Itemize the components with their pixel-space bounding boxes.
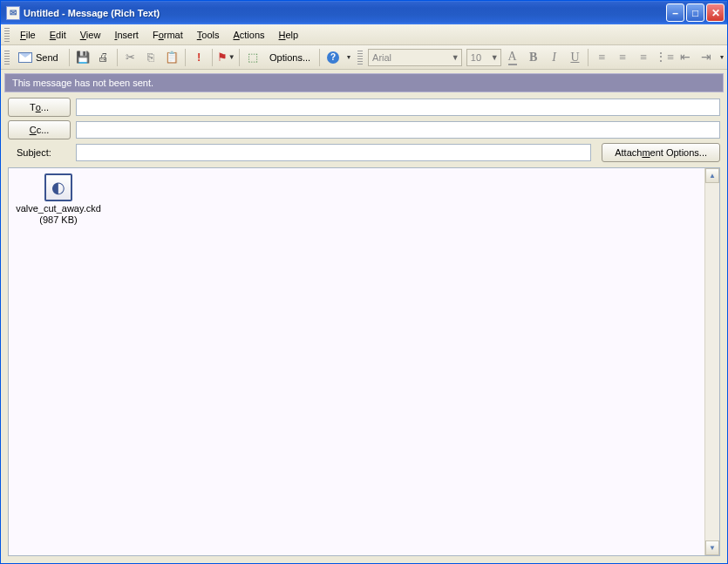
save-icon: 💾 [76, 51, 90, 64]
font-name-select[interactable]: Arial ▼ [368, 49, 462, 66]
increase-indent-button[interactable]: ⇥ [697, 48, 716, 67]
info-bar: This message has not been sent. [4, 73, 724, 92]
attachment-options-button[interactable]: Attachment Options... [602, 143, 720, 162]
maximize-button[interactable]: □ [686, 3, 704, 22]
menu-insert[interactable]: Insert [107, 27, 146, 43]
align-center-icon: ≡ [619, 51, 626, 65]
window-title: Untitled - Message (Rich Text) [24, 8, 666, 18]
cut-icon: ✂ [126, 51, 135, 64]
align-left-button[interactable]: ≡ [592, 48, 611, 67]
cc-input[interactable] [76, 121, 720, 139]
font-color-icon: A [508, 50, 517, 65]
scroll-track[interactable] [705, 183, 719, 540]
copy-button[interactable]: ⎘ [141, 48, 160, 67]
help-icon: ? [327, 51, 339, 64]
align-right-icon: ≡ [640, 51, 647, 65]
italic-button[interactable]: I [545, 48, 564, 67]
menu-help[interactable]: Help [272, 27, 306, 43]
toolbar-separator [319, 49, 320, 66]
to-button[interactable]: To... [8, 98, 71, 117]
toolbar-gripper-1[interactable] [4, 51, 10, 65]
save-button[interactable]: 💾 [73, 48, 92, 67]
cc-button[interactable]: Cc... [8, 120, 71, 139]
menu-format[interactable]: Format [146, 27, 190, 43]
title-bar[interactable]: ✉ Untitled - Message (Rich Text) – □ ✕ [1, 1, 727, 24]
importance-high-icon: ! [197, 51, 201, 64]
menu-view[interactable]: View [73, 27, 108, 43]
bullets-button[interactable]: ⋮≡ [655, 48, 674, 67]
underline-icon: U [570, 51, 579, 65]
app-icon: ✉ [6, 6, 20, 20]
font-size-value: 10 [471, 52, 481, 63]
align-right-button[interactable]: ≡ [634, 48, 653, 67]
cut-button[interactable]: ✂ [121, 48, 140, 67]
paste-icon: 📋 [165, 51, 179, 64]
font-name-value: Arial [372, 52, 391, 63]
minimize-button[interactable]: – [666, 3, 684, 22]
attachment-file-icon: ◐ [44, 173, 72, 201]
scroll-up-button[interactable]: ▲ [705, 168, 719, 183]
toolbar-separator [239, 49, 240, 66]
toolbar-separator [117, 49, 118, 66]
toolbar-separator [185, 49, 186, 66]
decrease-indent-icon: ⇤ [680, 50, 691, 65]
help-button[interactable]: ? [323, 48, 343, 67]
options-label: Options... [269, 52, 310, 63]
send-button[interactable]: Send [15, 48, 65, 67]
chevron-down-icon: ▼ [491, 53, 499, 62]
menubar-gripper[interactable] [4, 28, 10, 42]
align-left-icon: ≡ [598, 51, 605, 65]
standard-toolbar: Send 💾 🖨 ✂ ⎘ 📋 ! ⚑▼ ⬚ Options... ? ▾ Ari… [1, 45, 727, 70]
print-icon: 🖨 [98, 51, 109, 64]
toolbar-gripper-2[interactable] [357, 51, 363, 65]
message-window: ✉ Untitled - Message (Rich Text) – □ ✕ F… [0, 0, 728, 564]
bold-icon: B [529, 51, 537, 65]
account-icon: ⬚ [248, 51, 258, 64]
menu-file[interactable]: File [13, 27, 43, 43]
print-button[interactable]: 🖨 [94, 48, 113, 67]
vertical-scrollbar[interactable]: ▲ ▼ [704, 168, 719, 555]
bullets-icon: ⋮≡ [655, 50, 674, 65]
menu-edit[interactable]: Edit [43, 27, 73, 43]
close-button[interactable]: ✕ [706, 3, 725, 22]
send-label: Send [36, 52, 58, 63]
decrease-indent-button[interactable]: ⇤ [676, 48, 695, 67]
attachment-filesize: (987 KB) [14, 214, 103, 226]
chevron-down-icon: ▼ [452, 53, 459, 62]
importance-high-button[interactable]: ! [189, 48, 208, 67]
paste-button[interactable]: 📋 [162, 48, 181, 67]
toolbar-separator [212, 49, 213, 66]
attachment-body-area[interactable]: ◐ valve_cut_away.ckd (987 KB) ▲ ▼ [8, 167, 720, 556]
menu-actions[interactable]: Actions [226, 27, 271, 43]
attachment-filename: valve_cut_away.ckd [14, 203, 103, 214]
to-input[interactable] [76, 99, 720, 116]
font-color-button[interactable]: A [503, 48, 522, 67]
address-area: To... Cc... Subject: Attachment Options.… [1, 96, 727, 164]
options-button[interactable]: Options... [264, 48, 316, 67]
chevron-down-icon: ▼ [228, 53, 235, 61]
toolbar-separator [69, 49, 70, 66]
underline-button[interactable]: U [565, 48, 584, 67]
increase-indent-icon: ⇥ [701, 50, 711, 65]
font-size-select[interactable]: 10 ▼ [466, 49, 501, 66]
bold-button[interactable]: B [524, 48, 543, 67]
attachment-item[interactable]: ◐ valve_cut_away.ckd (987 KB) [12, 172, 105, 228]
copy-icon: ⎘ [147, 51, 154, 64]
flag-icon: ⚑ [217, 51, 228, 64]
format-toolbar-overflow[interactable]: ▾ [720, 53, 724, 61]
italic-icon: I [552, 51, 556, 65]
scroll-down-button[interactable]: ▼ [705, 540, 719, 555]
toolbar-overflow[interactable]: ▾ [347, 53, 350, 61]
menu-bar: File Edit View Insert Format Tools Actio… [1, 24, 727, 45]
info-text: This message has not been sent. [12, 78, 153, 88]
send-icon [18, 52, 32, 63]
subject-label: Subject: [8, 147, 71, 158]
account-button[interactable]: ⬚ [243, 48, 262, 67]
flag-button[interactable]: ⚑▼ [216, 48, 235, 67]
align-center-button[interactable]: ≡ [613, 48, 632, 67]
toolbar-separator [588, 49, 589, 66]
subject-input[interactable] [76, 144, 591, 161]
menu-tools[interactable]: Tools [190, 27, 227, 43]
